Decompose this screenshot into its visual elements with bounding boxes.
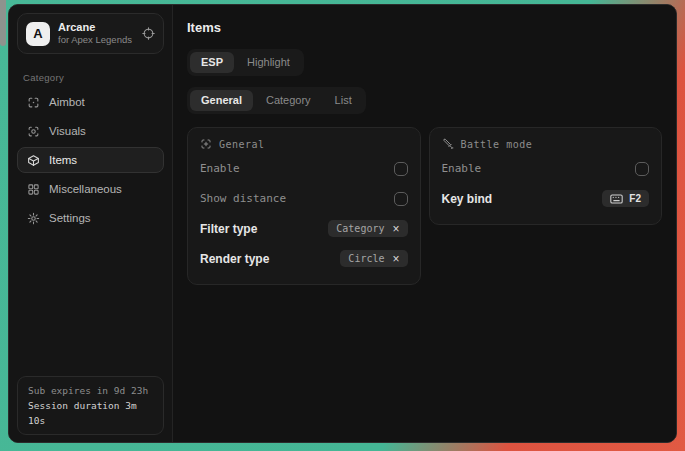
app-subtitle: for Apex Legends <box>58 34 134 46</box>
sub-expires-text: Sub expires in 9d 23h <box>28 383 153 398</box>
app-meta: Arcane for Apex Legends <box>58 21 134 46</box>
filter-type-value: Category <box>336 223 384 234</box>
sidebar: A Arcane for Apex Legends Category <box>9 5 173 442</box>
sidebar-item-label: Settings <box>49 212 91 224</box>
setting-row-filter-type: Filter type Category × <box>200 216 408 241</box>
sidebar-item-label: Visuals <box>49 125 86 137</box>
tab-highlight[interactable]: Highlight <box>236 52 301 73</box>
setting-row-enable: Enable <box>200 156 408 181</box>
remove-tag-icon[interactable]: × <box>392 224 399 234</box>
setting-row-show-distance: Show distance <box>200 186 408 211</box>
tab-category[interactable]: Category <box>255 90 322 111</box>
app-title: Arcane <box>58 21 134 34</box>
sidebar-item-label: Miscellaneous <box>49 183 122 195</box>
main-content: Items ESP Highlight General Category Lis… <box>173 5 676 442</box>
swords-icon <box>442 138 454 150</box>
enable-checkbox[interactable] <box>394 162 408 176</box>
filter-type-select[interactable]: Category × <box>328 220 407 237</box>
sidebar-item-label: Items <box>49 154 77 166</box>
subscription-info-card: Sub expires in 9d 23h Session duration 3… <box>17 376 164 435</box>
aimbot-icon <box>27 96 40 109</box>
setting-label: Show distance <box>200 192 286 205</box>
sidebar-item-visuals[interactable]: Visuals <box>17 118 164 144</box>
show-distance-checkbox[interactable] <box>394 192 408 206</box>
sidebar-item-miscellaneous[interactable]: Miscellaneous <box>17 176 164 202</box>
sidebar-item-aimbot[interactable]: Aimbot <box>17 89 164 115</box>
setting-label: Filter type <box>200 222 257 236</box>
sidebar-nav: Aimbot Visuals Items <box>9 89 172 231</box>
setting-row-key-bind: Key bind F2 <box>442 186 650 211</box>
key-bind-value: F2 <box>629 193 641 204</box>
render-type-select[interactable]: Circle × <box>340 250 407 267</box>
setting-label: Render type <box>200 252 269 266</box>
sub-tabs: General Category List <box>187 87 366 114</box>
items-icon <box>27 154 40 167</box>
battle-enable-checkbox[interactable] <box>635 162 649 176</box>
category-label: Category <box>23 72 158 83</box>
panel-title: Battle mode <box>461 139 533 150</box>
general-panel: General Enable Show distance Filter type… <box>187 127 421 285</box>
visuals-icon <box>27 125 40 138</box>
setting-label: Enable <box>442 162 482 175</box>
sidebar-item-items[interactable]: Items <box>17 147 164 173</box>
battle-mode-panel: Battle mode Enable Key bind <box>429 127 663 225</box>
setting-label: Enable <box>200 162 240 175</box>
key-bind-button[interactable]: F2 <box>602 190 649 207</box>
panel-title: General <box>219 139 265 150</box>
setting-row-enable: Enable <box>442 156 650 181</box>
desktop-window-fragment <box>0 0 6 46</box>
mode-tabs: ESP Highlight <box>187 49 304 76</box>
crosshair-icon <box>200 138 212 150</box>
app-window: A Arcane for Apex Legends Category <box>8 4 677 443</box>
setting-row-render-type: Render type Circle × <box>200 246 408 271</box>
sidebar-item-settings[interactable]: Settings <box>17 205 164 231</box>
sidebar-item-label: Aimbot <box>49 96 85 108</box>
settings-icon <box>27 212 40 225</box>
miscellaneous-icon <box>27 183 40 196</box>
setting-label: Key bind <box>442 192 493 206</box>
keyboard-icon <box>610 194 623 204</box>
render-type-value: Circle <box>348 253 384 264</box>
app-header-card[interactable]: A Arcane for Apex Legends <box>17 13 164 54</box>
remove-tag-icon[interactable]: × <box>392 254 399 264</box>
target-icon <box>142 27 155 40</box>
tab-general[interactable]: General <box>190 90 253 111</box>
page-title: Items <box>187 20 662 35</box>
session-duration-text: Session duration 3m 10s <box>28 398 153 428</box>
tab-esp[interactable]: ESP <box>190 52 234 73</box>
app-logo: A <box>26 22 50 46</box>
tab-list[interactable]: List <box>324 90 363 111</box>
